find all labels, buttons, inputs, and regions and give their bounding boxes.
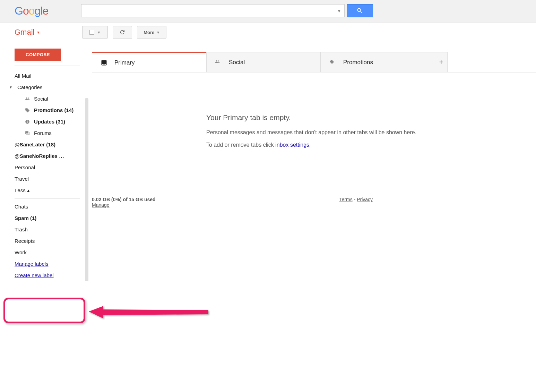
tag-icon — [329, 59, 337, 66]
tab-label: Social — [229, 59, 245, 66]
empty-heading: Your Primary tab is empty. — [206, 113, 536, 122]
sidebar-item[interactable]: Spam (1) — [0, 212, 92, 224]
svg-rect-2 — [27, 120, 27, 121]
tab-promotions[interactable]: Promotions — [321, 52, 435, 72]
sidebar-item[interactable]: Updates (31) — [0, 116, 92, 127]
sidebar-item-label: Chats — [15, 204, 28, 210]
sidebar-item-label: Categories — [17, 84, 43, 90]
storage-usage-text: 0.02 GB (0%) of 15 GB used — [92, 197, 156, 202]
sidebar-item[interactable]: Chats — [0, 201, 92, 212]
sidebar-item[interactable]: Promotions (14) — [0, 104, 92, 116]
sidebar-item-label: Work — [15, 249, 27, 255]
footer-links: Terms - Privacy — [339, 197, 373, 202]
refresh-icon — [119, 29, 126, 35]
inbox-icon — [100, 59, 108, 66]
sidebar-item-label: All Mail — [15, 73, 31, 79]
sidebar-item-label: Spam (1) — [15, 215, 36, 221]
subheader: Gmail ▼ ▼ More ▼ — [0, 23, 536, 42]
sidebar-item-label: Receipts — [15, 238, 35, 244]
svg-rect-1 — [27, 121, 27, 122]
refresh-button[interactable] — [113, 26, 132, 39]
app-title[interactable]: Gmail ▼ — [15, 28, 40, 37]
sidebar-scrollbar[interactable] — [85, 98, 88, 281]
sidebar-item-label: Less ▴ — [15, 187, 30, 194]
tab-primary[interactable]: Primary — [92, 52, 206, 72]
add-tab-button[interactable]: + — [435, 52, 448, 72]
app-title-text: Gmail — [15, 28, 34, 37]
tabs: PrimarySocialPromotions+ — [92, 52, 536, 73]
compose-button[interactable]: COMPOSE — [15, 49, 61, 61]
empty-line2: To add or remove tabs click inbox settin… — [206, 142, 536, 148]
sidebar-item-label: @SaneLater (18) — [15, 142, 55, 147]
search-button[interactable] — [347, 4, 373, 17]
sidebar-item[interactable]: Manage labels — [0, 258, 92, 270]
sidebar-item[interactable]: Less ▴ — [0, 185, 92, 196]
sidebar-item[interactable]: Receipts — [0, 235, 92, 247]
sidebar: COMPOSE All Mail▼CategoriesSocialPromoti… — [0, 42, 92, 281]
tab-label: Primary — [114, 59, 135, 66]
select-checkbox-icon — [89, 30, 94, 35]
sidebar-item[interactable]: @SaneLater (18) — [0, 139, 92, 150]
body: COMPOSE All Mail▼CategoriesSocialPromoti… — [0, 42, 536, 281]
terms-link[interactable]: Terms — [339, 197, 353, 202]
search-input[interactable] — [84, 8, 337, 14]
tag-icon — [24, 108, 31, 113]
manage-storage-link[interactable]: Manage — [92, 202, 156, 208]
search-options-dropdown-icon[interactable]: ▼ — [337, 8, 342, 14]
sidebar-divider — [15, 66, 80, 66]
more-caret-icon: ▼ — [156, 31, 160, 34]
sidebar-item-label: Create new label — [15, 272, 54, 278]
empty-line1: Personal messages and messages that don'… — [206, 129, 536, 136]
toolbar: ▼ More ▼ — [82, 26, 166, 39]
sidebar-item-label: @SaneNoReplies … — [15, 153, 64, 159]
footer-sep: - — [353, 197, 357, 202]
sidebar-item-label: Forums — [34, 130, 52, 136]
sidebar-item[interactable]: ▼Categories — [0, 82, 92, 93]
forum-icon — [24, 131, 31, 136]
sidebar-item-label: Promotions (14) — [34, 107, 74, 113]
people-icon — [24, 96, 31, 101]
search-wrap: ▼ — [81, 4, 373, 17]
empty-line2-suffix: . — [309, 142, 311, 148]
sidebar-item[interactable]: All Mail — [0, 70, 92, 82]
search-box[interactable]: ▼ — [81, 4, 345, 17]
sidebar-item[interactable]: Trash — [0, 224, 92, 235]
tab-social[interactable]: Social — [206, 52, 321, 72]
sidebar-item[interactable]: Travel — [0, 173, 92, 185]
footer: 0.02 GB (0%) of 15 GB used Manage Terms … — [92, 197, 536, 208]
sidebar-list: All Mail▼CategoriesSocialPromotions (14)… — [0, 70, 92, 281]
storage-usage: 0.02 GB (0%) of 15 GB used Manage — [92, 197, 156, 208]
privacy-link[interactable]: Privacy — [357, 197, 373, 202]
select-button[interactable]: ▼ — [82, 26, 108, 39]
sidebar-item-label: Manage labels — [15, 261, 49, 267]
sidebar-item[interactable]: @SaneNoReplies … — [0, 150, 92, 162]
sidebar-item-label: Social — [34, 96, 48, 102]
info-icon — [24, 119, 31, 124]
empty-state: Your Primary tab is empty. Personal mess… — [206, 113, 536, 148]
sidebar-item-label: Updates (31) — [34, 119, 65, 125]
more-button[interactable]: More ▼ — [137, 26, 166, 39]
google-logo[interactable]: Google — [15, 5, 48, 17]
search-icon — [356, 7, 363, 14]
sidebar-item[interactable]: Work — [0, 247, 92, 258]
empty-line2-prefix: To add or remove tabs click — [206, 142, 275, 148]
sidebar-item[interactable]: Social — [0, 93, 92, 104]
sidebar-item[interactable]: Forums — [0, 127, 92, 139]
tab-label: Promotions — [343, 59, 373, 66]
sidebar-item-label: Personal — [15, 164, 35, 170]
sidebar-item-label: Trash — [15, 227, 28, 232]
header: Google ▼ — [0, 0, 536, 23]
expand-icon: ▼ — [9, 85, 12, 89]
select-caret-icon: ▼ — [97, 31, 101, 34]
sidebar-item-label: Travel — [15, 176, 29, 182]
people-icon — [214, 59, 223, 66]
main: PrimarySocialPromotions+ Your Primary ta… — [92, 42, 536, 281]
sidebar-item[interactable]: Personal — [0, 162, 92, 173]
more-label: More — [144, 30, 154, 35]
sidebar-item[interactable]: Create new label — [0, 270, 92, 281]
inbox-settings-link[interactable]: inbox settings — [275, 142, 309, 148]
app-menu-caret-icon: ▼ — [36, 31, 40, 34]
sidebar-divider — [15, 198, 80, 199]
